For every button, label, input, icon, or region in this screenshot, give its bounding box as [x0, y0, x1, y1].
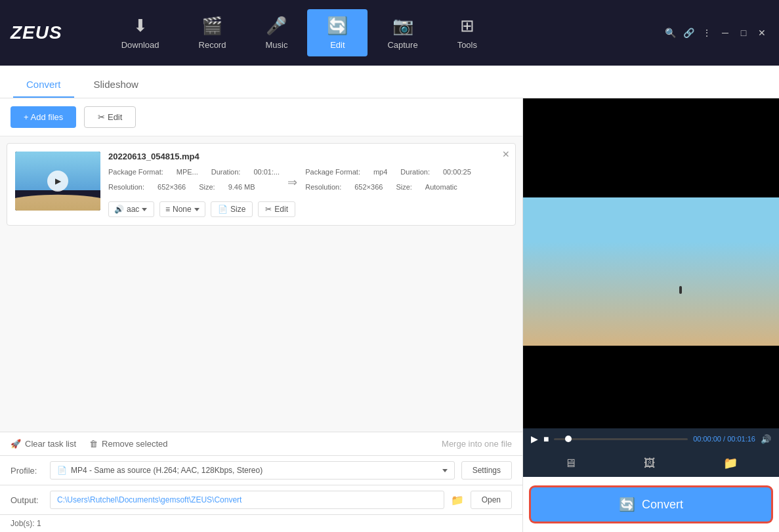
nav-item-music[interactable]: 🎤 Music [245, 9, 307, 56]
effect-icon: ≡ [165, 205, 170, 214]
size-button[interactable]: 📄 Size [211, 201, 253, 217]
file-edit-button[interactable]: ✂ Edit [258, 201, 295, 217]
nav-item-edit[interactable]: 🔄 Edit [307, 9, 368, 56]
effect-chevron [194, 208, 200, 211]
nav-label-download: Download [121, 40, 159, 50]
audio-codec-select[interactable]: 🔊 aac [108, 201, 154, 217]
nav-item-tools[interactable]: ⊞ Tools [438, 9, 497, 56]
video-controls: ▶ ■ 00:00:00 / 00:01:16 🔊 [523, 428, 779, 449]
window-controls: 🔍 🔗 ⋮ ─ □ ✕ [663, 28, 768, 38]
jobs-bar: Job(s): 1 [0, 514, 522, 532]
minimize-btn[interactable]: ─ [719, 28, 732, 38]
file-edit-label: Edit [274, 205, 288, 214]
music-icon: 🎤 [266, 16, 287, 36]
output-label: Output: [11, 495, 43, 505]
preview-image-icon[interactable]: 🖼 [644, 457, 656, 470]
profile-bar: Profile: 📄 MP4 - Same as source (H.264; … [0, 455, 522, 485]
right-panel: ▶ ■ 00:00:00 / 00:01:16 🔊 🖥 🖼 📁 🔄 Conver… [523, 98, 779, 532]
open-button[interactable]: Open [471, 491, 512, 509]
record-icon: 🎬 [201, 16, 222, 36]
convert-button[interactable]: 🔄 Convert [531, 487, 771, 522]
effect-value: None [173, 205, 192, 214]
edit-label: ✂ Edit [98, 112, 122, 122]
dst-resolution-value: 652×366 [354, 183, 383, 191]
profile-value: MP4 - Same as source (H.264; AAC, 128Kbp… [71, 466, 263, 475]
preview-image [523, 197, 779, 346]
remove-selected-icon: 🗑 [89, 439, 98, 449]
nav-item-record[interactable]: 🎬 Record [179, 9, 246, 56]
convert-label: Convert [642, 498, 683, 512]
convert-section: 🔄 Convert [523, 477, 779, 532]
more-btn[interactable]: ⋮ [700, 28, 713, 38]
audio-codec-chevron [142, 208, 147, 211]
nav-item-capture[interactable]: 📷 Capture [368, 9, 437, 56]
file-info: 20220613_054815.mp4 Package Format: MPE.… [108, 152, 507, 217]
tab-slideshow[interactable]: Slideshow [81, 72, 152, 98]
file-controls: 🔊 aac ≡ None 📄 Size [108, 201, 507, 217]
src-format-label: Package Format: [108, 168, 163, 176]
play-control-button[interactable]: ▶ [531, 434, 538, 444]
effect-select[interactable]: ≡ None [159, 201, 205, 217]
nav-label-edit: Edit [330, 40, 345, 50]
table-row: ▶ 20220613_054815.mp4 Package Format: MP… [7, 143, 516, 226]
file-list: ▶ 20220613_054815.mp4 Package Format: MP… [0, 136, 522, 432]
progress-indicator [565, 436, 572, 442]
time-current: 00:00:00 [693, 435, 721, 443]
src-duration-value: 00:01:... [253, 168, 280, 176]
preview-screen-icon[interactable]: 🖥 [564, 457, 576, 470]
src-format-row: Package Format: MPE... Duration: 00:01:.… [108, 168, 280, 176]
dst-resolution-label: Resolution: [305, 183, 341, 191]
time-total: 00:01:16 [727, 435, 755, 443]
jobs-label: Job(s): 1 [11, 519, 41, 528]
audio-codec-icon: 🔊 [114, 205, 124, 214]
file-name: 20220613_054815.mp4 [108, 152, 507, 161]
close-file-button[interactable]: ✕ [502, 149, 510, 159]
dst-meta: Package Format: mp4 Duration: 00:00:25 R… [305, 168, 471, 196]
remove-selected-button[interactable]: 🗑 Remove selected [89, 439, 167, 449]
src-meta: Package Format: MPE... Duration: 00:01:.… [108, 168, 280, 196]
src-size-label: Size: [199, 183, 215, 191]
open-label: Open [482, 495, 501, 504]
clear-task-button[interactable]: 🚀 Clear task list [11, 439, 76, 449]
size-label: Size [230, 205, 245, 214]
profile-chevron-icon [442, 469, 448, 472]
preview-black-top [523, 98, 779, 197]
src-resolution-label: Resolution: [108, 183, 144, 191]
settings-button[interactable]: Settings [461, 461, 512, 480]
dst-format-row: Package Format: mp4 Duration: 00:00:25 [305, 168, 471, 176]
time-display: 00:00:00 / 00:01:16 [693, 435, 755, 443]
play-button[interactable]: ▶ [47, 171, 68, 192]
nav-item-download[interactable]: ⬇ Download [102, 9, 179, 56]
file-edit-icon: ✂ [265, 205, 272, 214]
main-content: + Add files ✂ Edit ▶ 20220613_054815.mp4 [0, 98, 779, 532]
dst-resolution-row: Resolution: 652×366 Size: Automatic [305, 183, 471, 191]
close-btn[interactable]: ✕ [755, 28, 768, 38]
edit-button[interactable]: ✂ Edit [84, 106, 136, 128]
tab-convert[interactable]: Convert [13, 72, 74, 98]
nav-label-tools: Tools [457, 40, 477, 50]
merge-button[interactable]: Merge into one file [442, 439, 512, 449]
maximize-btn[interactable]: □ [737, 28, 750, 38]
stop-control-button[interactable]: ■ [543, 434, 549, 444]
src-format-value: MPE... [177, 168, 198, 176]
settings-label: Settings [473, 466, 501, 475]
src-resolution-row: Resolution: 652×366 Size: 9.46 MB [108, 183, 280, 191]
tabs-bar: Convert Slideshow [0, 66, 779, 98]
progress-bar[interactable] [554, 438, 688, 440]
edit-icon: 🔄 [327, 16, 348, 36]
share-btn[interactable]: 🔗 [682, 28, 695, 38]
output-path: C:\Users\Rutchel\Documents\gemsoft\ZEUS\… [50, 491, 444, 509]
profile-select[interactable]: 📄 MP4 - Same as source (H.264; AAC, 128K… [50, 461, 455, 480]
file-thumbnail: ▶ [15, 152, 100, 211]
preview-person [679, 286, 682, 294]
volume-button[interactable]: 🔊 [761, 434, 771, 444]
preview-folder-icon[interactable]: 📁 [723, 456, 738, 470]
nav-bar: ⬇ Download 🎬 Record 🎤 Music 🔄 Edit 📷 Cap… [102, 9, 663, 56]
profile-label: Profile: [11, 466, 43, 476]
convert-icon: 🔄 [619, 497, 635, 512]
search-btn[interactable]: 🔍 [663, 28, 677, 38]
output-bar: Output: C:\Users\Rutchel\Documents\gemso… [0, 485, 522, 514]
download-icon: ⬇ [133, 16, 148, 36]
preview-actions: 🖥 🖼 📁 [523, 449, 779, 477]
add-files-button[interactable]: + Add files [11, 106, 76, 128]
